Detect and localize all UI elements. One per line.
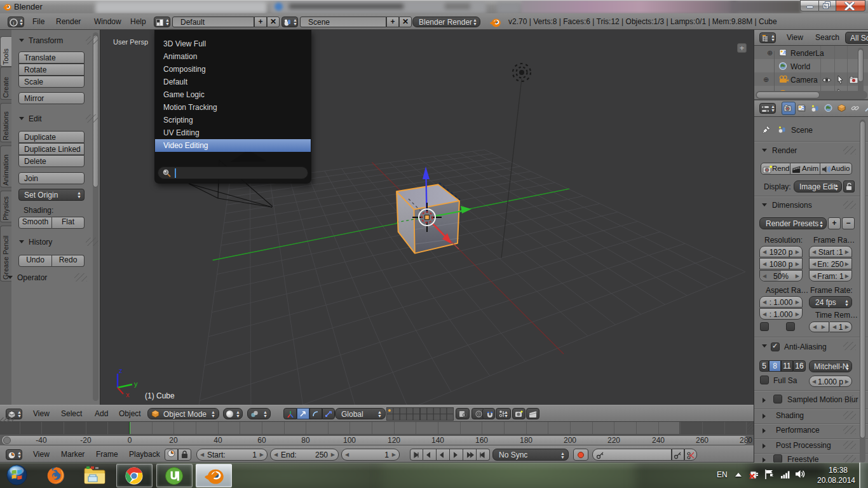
svg-text:z: z [119, 367, 123, 374]
svg-text:y: y [134, 380, 138, 388]
svg-text:i: i [13, 20, 15, 26]
svg-text:x: x [126, 391, 130, 397]
